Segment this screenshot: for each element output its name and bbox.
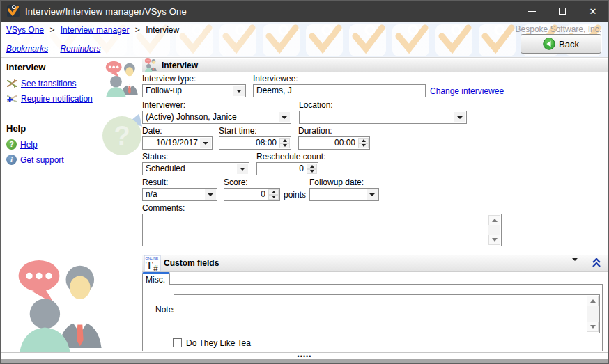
date-value: 10/19/2017	[146, 137, 198, 149]
location-label: Location:	[299, 100, 333, 110]
reschedule-count-spinner[interactable]: 0	[256, 162, 318, 175]
sidebar-link-label: See transitions	[21, 79, 76, 88]
custom-fields-title: Custom fields	[164, 258, 219, 268]
interview-illustration-small	[102, 59, 140, 97]
close-icon: ✕	[589, 7, 597, 16]
comments-scrollbar[interactable]	[488, 215, 500, 245]
tab-misc-label: Misc.	[146, 275, 165, 285]
change-interviewee-link[interactable]: Change interviewee	[430, 86, 504, 96]
chevron-down-icon[interactable]	[367, 189, 378, 200]
quick-links: Bookmarks Reminders	[6, 44, 110, 54]
sidebar-link-label: Help	[20, 140, 38, 150]
breadcrumb: VSys One > Interview manager > Interview	[6, 25, 179, 35]
interview-type-dropdown[interactable]: Follow-up	[142, 84, 246, 97]
maximize-button[interactable]	[547, 1, 578, 22]
require-notification-icon	[6, 93, 17, 104]
score-spinner[interactable]: 0	[224, 188, 280, 201]
status-label: Status:	[142, 152, 168, 161]
result-label: Result:	[142, 177, 168, 187]
interviewee-input[interactable]: Deems, J	[253, 84, 426, 97]
spin-down-icon[interactable]	[268, 195, 279, 200]
sidebar-link-label: Require notification	[21, 94, 93, 104]
chevron-down-icon[interactable]	[205, 189, 216, 200]
minimize-icon	[528, 11, 536, 12]
interviewee-label: Interviewee:	[253, 74, 298, 84]
bookmarks-link[interactable]: Bookmarks	[6, 44, 48, 54]
score-label: Score:	[224, 177, 248, 187]
chevron-down-icon[interactable]	[454, 112, 465, 122]
help-watermark: ?	[102, 116, 141, 155]
spin-up-icon[interactable]	[268, 189, 279, 195]
interview-type-label: Interview type:	[142, 74, 196, 84]
collapse-chevrons-icon[interactable]	[592, 258, 601, 270]
spin-up-icon[interactable]	[279, 138, 290, 143]
minimize-button[interactable]	[516, 1, 547, 22]
interviewer-dropdown[interactable]: (Active) Johnson, Janice	[142, 111, 291, 124]
date-label: Date:	[142, 126, 162, 136]
breadcrumb-separator: >	[135, 25, 140, 35]
start-time-spinner[interactable]: 08:00	[219, 136, 291, 150]
maximize-icon	[559, 8, 566, 15]
date-picker[interactable]: 10/19/2017	[142, 136, 213, 150]
custom-fields-menu-arrow[interactable]	[572, 261, 578, 271]
breadcrumb-interview-manager[interactable]: Interview manager	[61, 25, 130, 35]
close-button[interactable]: ✕	[578, 1, 608, 22]
breadcrumb-separator: >	[49, 25, 54, 35]
header-band: VSys One > Interview manager > Interview…	[1, 22, 608, 58]
chevron-down-icon[interactable]	[233, 86, 245, 96]
window-title: Interview/Interview manager/VSys One	[25, 6, 187, 17]
start-time-label: Start time:	[219, 126, 257, 136]
score-value: 0	[227, 189, 265, 200]
notes-textarea[interactable]	[174, 294, 600, 333]
scroll-down-icon[interactable]	[587, 322, 599, 332]
interview-illustration-large	[9, 255, 108, 353]
interviewee-value: Deems, J	[256, 85, 422, 97]
chevron-down-icon[interactable]	[200, 138, 211, 148]
spin-up-icon[interactable]	[307, 164, 317, 169]
followup-date-dropdown[interactable]	[309, 188, 379, 201]
reschedule-count-value: 0	[260, 163, 304, 175]
reminders-link[interactable]: Reminders	[60, 44, 100, 54]
spin-down-icon[interactable]	[279, 143, 290, 149]
help-icon: ?	[6, 139, 17, 150]
notes-scrollbar[interactable]	[587, 296, 599, 332]
transitions-icon	[6, 78, 17, 89]
app-window: Interview/Interview manager/VSys One ✕ V…	[0, 0, 609, 364]
sidebar-item-get-support[interactable]: i Get support	[6, 154, 135, 166]
custom-fields-icon: ONLINE T #	[144, 255, 161, 272]
back-button[interactable]: Back	[521, 34, 601, 54]
back-arrow-icon	[543, 38, 555, 50]
scroll-down-icon[interactable]	[488, 235, 500, 245]
like-tea-checkbox-label: Do They Like Tea	[186, 338, 251, 348]
interviewer-value: (Active) Johnson, Janice	[146, 111, 278, 123]
breadcrumb-current-interview: Interview	[146, 25, 179, 35]
chevron-down-icon[interactable]	[237, 164, 248, 174]
breadcrumb-vsys-one[interactable]: VSys One	[6, 25, 44, 35]
sidebar-link-label: Get support	[20, 155, 64, 165]
result-dropdown[interactable]: n/a	[142, 188, 217, 201]
comments-textarea[interactable]	[142, 214, 502, 246]
followup-date-label: Followup date:	[309, 177, 364, 187]
chevron-down-icon[interactable]	[279, 112, 290, 122]
back-button-label: Back	[559, 39, 579, 49]
location-dropdown[interactable]	[299, 111, 467, 124]
svg-text:#: #	[153, 264, 158, 272]
result-value: n/a	[146, 189, 204, 200]
interview-type-value: Follow-up	[146, 85, 233, 97]
vsys-app-icon	[7, 5, 20, 17]
spin-down-icon[interactable]	[358, 143, 369, 149]
scroll-up-icon[interactable]	[587, 296, 599, 306]
spin-down-icon[interactable]	[307, 169, 317, 175]
info-icon: i	[6, 155, 17, 165]
like-tea-checkbox[interactable]	[173, 338, 182, 347]
duration-label: Duration:	[298, 126, 332, 136]
tab-misc[interactable]: Misc.	[142, 272, 170, 285]
company-name: Bespoke Software, Inc.	[516, 24, 601, 34]
status-dropdown[interactable]: Scheduled	[142, 162, 249, 175]
interviewer-label: Interviewer:	[142, 100, 185, 110]
svg-text:T: T	[146, 259, 153, 272]
duration-spinner[interactable]: 00:00	[298, 136, 370, 150]
scroll-up-icon[interactable]	[488, 215, 500, 225]
spin-up-icon[interactable]	[358, 138, 369, 143]
question-mark-icon: ?	[102, 116, 141, 155]
